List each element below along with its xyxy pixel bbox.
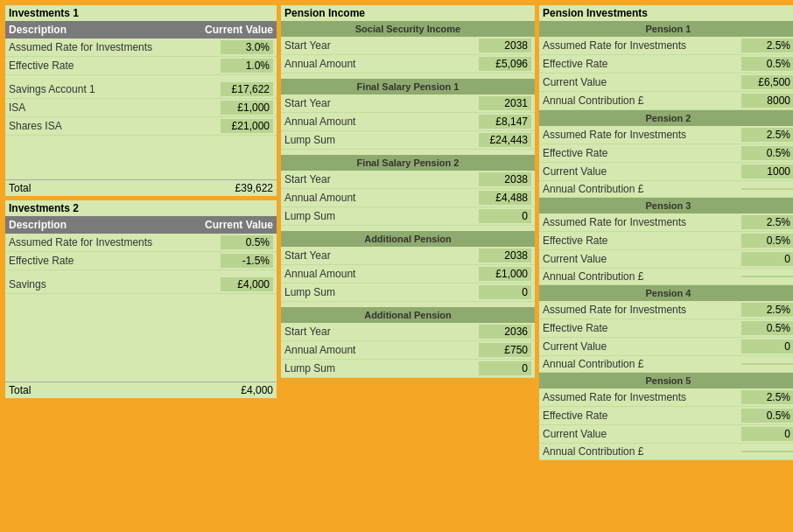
p2-assumed-rate-row: Assumed Rate for Investments 2.5% <box>539 126 793 144</box>
p3-assumed-rate-value[interactable]: 2.5% <box>741 215 793 229</box>
p5-current-value-row: Current Value 0 <box>539 425 793 444</box>
assumed-rate-value-1[interactable]: 3.0% <box>221 40 273 54</box>
ap2-start-year-value[interactable]: 2036 <box>479 325 531 339</box>
investments-2-total-row: Total £4,000 <box>5 382 277 398</box>
isa-label: ISA <box>9 102 25 114</box>
p3-annual-contribution-value[interactable] <box>741 276 793 277</box>
effective-rate-value-2[interactable]: -1.5% <box>221 254 273 268</box>
investments-2-total-value: £4,000 <box>241 384 273 396</box>
p4-current-value-value[interactable]: 0 <box>741 340 793 354</box>
savings-account-value[interactable]: £17,622 <box>221 82 273 96</box>
fs1-annual-amount-label: Annual Amount <box>284 116 355 128</box>
fs1-start-year-label: Start Year <box>284 97 331 109</box>
ap1-start-year-label: Start Year <box>284 249 331 262</box>
p2-assumed-rate-label: Assumed Rate for Investments <box>543 129 686 141</box>
p5-current-value-value[interactable]: 0 <box>741 427 793 441</box>
investments-2-col-header: Description Current Value <box>5 216 277 234</box>
p1-effective-rate-value[interactable]: 0.5% <box>741 57 793 71</box>
p4-annual-contribution-value[interactable] <box>741 363 793 365</box>
assumed-rate-value-2[interactable]: 0.5% <box>221 235 273 249</box>
ap1-lump-sum-value[interactable]: 0 <box>479 285 531 299</box>
p4-assumed-rate-value[interactable]: 2.5% <box>741 303 793 317</box>
isa-row: ISA £1,000 <box>5 99 277 117</box>
pension-3-header: Pension 3 <box>539 198 793 214</box>
p4-assumed-rate-row: Assumed Rate for Investments 2.5% <box>539 301 793 319</box>
ss-start-year-label: Start Year <box>284 39 331 52</box>
p2-current-value-value[interactable]: 1000 <box>741 164 793 178</box>
ap1-lump-sum-row: Lump Sum 0 <box>281 284 535 302</box>
fs2-start-year-value[interactable]: 2038 <box>479 172 531 186</box>
isa-value[interactable]: £1,000 <box>221 101 273 115</box>
investments-1-total-row: Total £39,622 <box>5 179 277 196</box>
shares-isa-row: Shares ISA £21,000 <box>5 117 277 136</box>
ap1-start-year-value[interactable]: 2038 <box>479 248 531 262</box>
p3-current-value-label: Current Value <box>543 253 607 265</box>
shares-isa-value[interactable]: £21,000 <box>221 119 273 133</box>
p2-effective-rate-value[interactable]: 0.5% <box>741 146 793 160</box>
p1-assumed-rate-value[interactable]: 2.5% <box>741 38 793 52</box>
savings-row: Savings £4,000 <box>5 276 277 294</box>
p1-current-value-value[interactable]: £6,500 <box>741 75 793 89</box>
fs1-lump-sum-value[interactable]: £24,443 <box>479 133 531 147</box>
p5-effective-rate-value[interactable]: 0.5% <box>741 409 793 423</box>
savings-value[interactable]: £4,000 <box>221 277 273 291</box>
p5-current-value-label: Current Value <box>543 428 607 440</box>
p4-current-value-label: Current Value <box>543 340 607 353</box>
fs1-start-year-value[interactable]: 2031 <box>479 96 531 110</box>
social-security-header: Social Security Income <box>281 21 535 37</box>
p1-annual-contribution-row: Annual Contribution £ 8000 <box>539 92 793 110</box>
ap1-annual-amount-value[interactable]: £1,000 <box>479 267 531 281</box>
p3-assumed-rate-row: Assumed Rate for Investments 2.5% <box>539 214 793 232</box>
pension-income-panel: Pension Income Social Security Income St… <box>281 5 535 378</box>
fs2-lump-sum-row: Lump Sum 0 <box>281 207 535 226</box>
additional-2-header: Additional Pension <box>281 307 535 323</box>
p5-annual-contribution-value[interactable] <box>741 451 793 452</box>
savings-account-row: Savings Account 1 £17,622 <box>5 80 277 99</box>
investments-1-total-label: Total <box>9 182 31 194</box>
p3-current-value-value[interactable]: 0 <box>741 252 793 266</box>
ss-annual-amount-value[interactable]: £5,096 <box>479 57 531 71</box>
fs2-annual-amount-row: Annual Amount £4,488 <box>281 189 535 207</box>
ss-start-year-row: Start Year 2038 <box>281 37 535 55</box>
fs1-start-year-row: Start Year 2031 <box>281 94 535 113</box>
p3-effective-rate-value[interactable]: 0.5% <box>741 234 793 248</box>
p1-current-value-row: Current Value £6,500 <box>539 74 793 92</box>
fs1-annual-amount-value[interactable]: £8,147 <box>479 115 531 129</box>
p2-assumed-rate-value[interactable]: 2.5% <box>741 128 793 142</box>
p2-effective-rate-row: Effective Rate 0.5% <box>539 144 793 163</box>
ss-start-year-value[interactable]: 2038 <box>479 38 531 52</box>
fs2-start-year-label: Start Year <box>284 173 331 186</box>
p1-annual-contribution-value[interactable]: 8000 <box>741 94 793 108</box>
p5-annual-contribution-label: Annual Contribution £ <box>543 445 643 458</box>
p2-annual-contribution-label: Annual Contribution £ <box>543 183 643 195</box>
investments-column: Investments 1 Description Current Value … <box>5 5 277 460</box>
fs2-lump-sum-value[interactable]: 0 <box>479 209 531 223</box>
p5-assumed-rate-value[interactable]: 2.5% <box>741 390 793 404</box>
col-description-label: Description <box>9 24 67 36</box>
ap2-lump-sum-value[interactable]: 0 <box>479 361 531 375</box>
ap2-start-year-row: Start Year 2036 <box>281 323 535 341</box>
pension-investments-title: Pension Investments <box>539 5 793 21</box>
fs1-lump-sum-label: Lump Sum <box>284 134 335 146</box>
p3-effective-rate-row: Effective Rate 0.5% <box>539 232 793 250</box>
ap1-annual-amount-row: Annual Amount £1,000 <box>281 265 535 284</box>
p5-annual-contribution-row: Annual Contribution £ <box>539 444 793 460</box>
p4-annual-contribution-label: Annual Contribution £ <box>543 358 643 370</box>
p5-effective-rate-row: Effective Rate 0.5% <box>539 407 793 425</box>
ss-annual-amount-label: Annual Amount <box>284 58 355 70</box>
ap1-start-year-row: Start Year 2038 <box>281 247 535 265</box>
assumed-rate-label-2: Assumed Rate for Investments <box>9 236 152 248</box>
fs2-annual-amount-value[interactable]: £4,488 <box>479 191 531 205</box>
investments-1-panel: Investments 1 Description Current Value … <box>5 5 277 196</box>
assumed-rate-row-2: Assumed Rate for Investments 0.5% <box>5 234 277 252</box>
effective-rate-value-1[interactable]: 1.0% <box>221 59 273 73</box>
ap2-annual-amount-value[interactable]: £750 <box>479 343 531 357</box>
p1-annual-contribution-label: Annual Contribution £ <box>543 94 643 107</box>
p3-assumed-rate-label: Assumed Rate for Investments <box>543 216 686 228</box>
p2-annual-contribution-value[interactable] <box>741 188 793 190</box>
fs2-annual-amount-label: Annual Amount <box>284 192 355 204</box>
pension-investments-panel: Pension Investments Pension 1 Assumed Ra… <box>539 5 793 460</box>
p4-effective-rate-value[interactable]: 0.5% <box>741 321 793 335</box>
p3-annual-contribution-row: Annual Contribution £ <box>539 269 793 285</box>
effective-rate-label-1: Effective Rate <box>9 60 74 72</box>
